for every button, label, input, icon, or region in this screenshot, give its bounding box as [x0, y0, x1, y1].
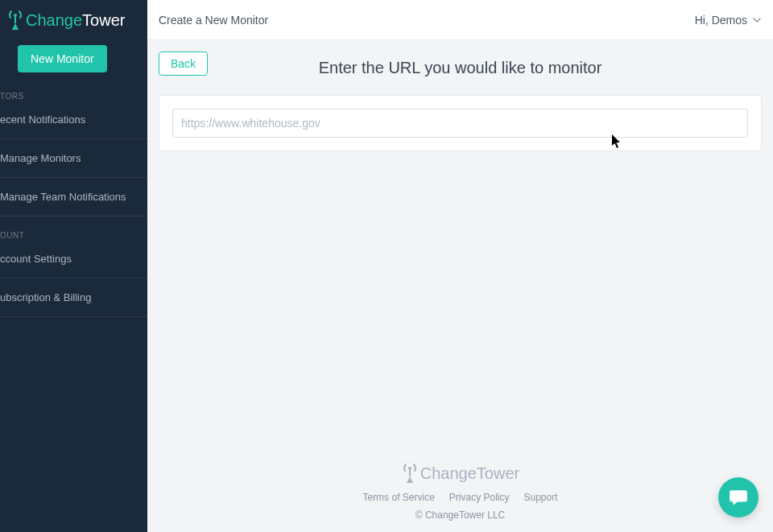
url-card	[159, 95, 762, 151]
main: Create a New Monitor Hi, Demos Back Ente…	[147, 0, 773, 532]
footer-copyright: © ChangeTower LLC	[147, 509, 773, 521]
url-input[interactable]	[172, 109, 748, 138]
content: Back Enter the URL you would like to mon…	[147, 40, 773, 532]
brand-text: ChangeTower	[26, 11, 125, 30]
nav-section-monitors: TORS	[0, 82, 147, 105]
page-heading: Enter the URL you would like to monitor	[319, 59, 602, 77]
sidebar-item-manage-monitors[interactable]: Manage Monitors	[0, 144, 147, 172]
nav-divider	[0, 278, 147, 278]
new-monitor-button[interactable]: New Monitor	[18, 45, 107, 72]
nav-divider	[0, 316, 147, 317]
chat-widget-button[interactable]	[718, 477, 759, 518]
svg-rect-1	[14, 17, 16, 23]
footer-brand-text: ChangeTower	[420, 464, 519, 483]
nav-divider	[0, 216, 147, 217]
svg-rect-3	[409, 470, 411, 476]
nav-divider	[0, 177, 147, 178]
chat-icon	[728, 487, 749, 508]
footer-link-support[interactable]: Support	[524, 492, 558, 503]
sidebar-item-account-settings[interactable]: ccount Settings	[0, 245, 147, 273]
nav-divider	[0, 138, 147, 139]
footer-link-terms[interactable]: Terms of Service	[362, 492, 434, 503]
sidebar-item-recent-notifications[interactable]: ecent Notifications	[0, 105, 147, 134]
page-title: Create a New Monitor	[159, 14, 268, 27]
topbar: Create a New Monitor Hi, Demos	[147, 0, 773, 40]
user-greeting: Hi, Demos	[695, 14, 747, 27]
sidebar: ChangeTower New Monitor TORS ecent Notif…	[0, 0, 147, 532]
svg-point-0	[14, 14, 17, 17]
footer-link-privacy[interactable]: Privacy Policy	[449, 492, 510, 503]
brand-logo[interactable]: ChangeTower	[0, 0, 147, 39]
tower-icon	[401, 463, 419, 484]
nav-section-account: OUNT	[0, 221, 147, 245]
chevron-down-icon	[752, 15, 762, 25]
sidebar-item-manage-team-notifications[interactable]: Manage Team Notifications	[0, 183, 147, 211]
footer: ChangeTower Terms of Service Privacy Pol…	[147, 463, 773, 521]
footer-logo: ChangeTower	[147, 463, 773, 484]
back-button[interactable]: Back	[159, 52, 208, 76]
tower-icon	[6, 10, 24, 31]
svg-point-2	[408, 467, 411, 470]
user-menu[interactable]: Hi, Demos	[695, 14, 762, 27]
sidebar-item-subscription-billing[interactable]: ubscription & Billing	[0, 283, 147, 311]
